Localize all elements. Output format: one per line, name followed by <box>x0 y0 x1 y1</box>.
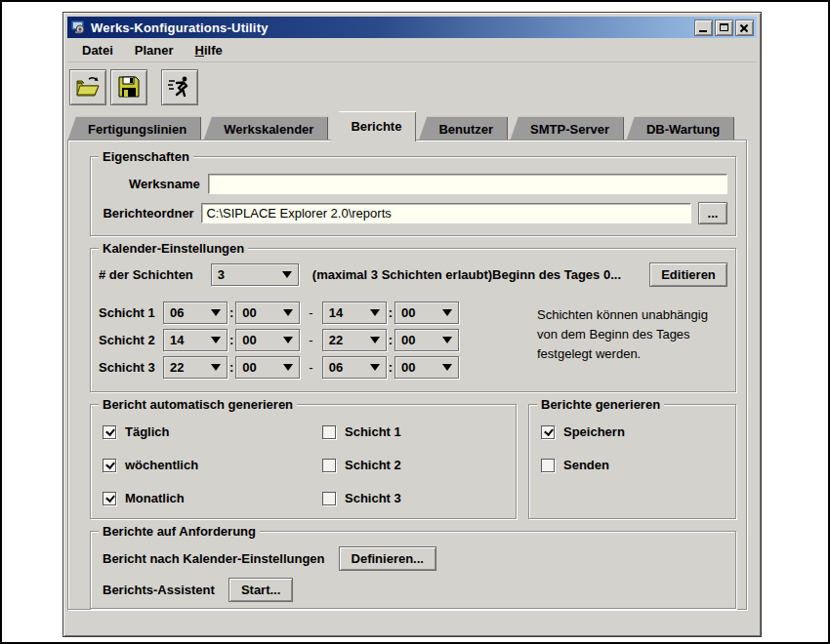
menu-item-planer[interactable]: Planer <box>126 40 183 60</box>
run-icon <box>167 75 192 99</box>
werksname-label: Werksname <box>99 177 200 191</box>
menu-item-datei[interactable]: Datei <box>73 40 122 60</box>
checkbox-schicht3[interactable]: Schicht 3 <box>322 491 401 505</box>
edit-day-begin-button[interactable]: Editieren <box>649 262 727 287</box>
toolbar <box>67 63 757 110</box>
calendar-report-label: Bericht nach Kalender-Einstellungen <box>103 551 325 566</box>
tab-fertigungslinien[interactable]: Fertigungslinien <box>67 116 201 141</box>
shift3-to-min-select[interactable]: 00 <box>394 356 459 379</box>
shift-row-2: Schicht 2 14 : 00 - 22 : 00 <box>99 329 459 351</box>
dropdown-arrow-icon <box>442 364 452 371</box>
start-button[interactable]: Start... <box>228 578 293 602</box>
open-button[interactable] <box>69 69 106 105</box>
monatlich-checkbox[interactable] <box>103 492 116 505</box>
shift-row-1: Schicht 1 06 : 00 - 14 : 00 <box>99 302 459 324</box>
tab-label: Werkskalender <box>224 122 313 137</box>
browse-button[interactable]: ... <box>698 202 727 224</box>
schicht1-checkbox[interactable] <box>322 425 336 439</box>
checkbox-monatlich[interactable]: Monatlich <box>103 491 185 505</box>
senden-checkbox[interactable] <box>541 459 555 472</box>
taeglich-checkbox[interactable] <box>103 425 116 439</box>
shift3-from-min-select[interactable]: 00 <box>235 356 300 379</box>
tab-berichte[interactable]: Berichte <box>330 111 416 141</box>
auto-report-group: Bericht automatisch generieren Täglich w… <box>90 404 517 519</box>
checkbox-schicht2[interactable]: Schicht 2 <box>322 458 401 472</box>
checkbox-schicht1[interactable]: Schicht 1 <box>322 424 401 439</box>
checkbox-taeglich[interactable]: Täglich <box>103 424 170 439</box>
generate-reports-group: Berichte generieren Speichern Senden <box>528 404 736 519</box>
shift2-to-hour-select[interactable]: 22 <box>322 329 387 351</box>
tab-werkskalender[interactable]: Werkskalender <box>203 116 328 141</box>
save-button[interactable] <box>110 69 147 105</box>
shift-count-select[interactable]: 3 <box>211 263 299 286</box>
werksname-input[interactable] <box>208 174 727 194</box>
woechentlich-checkbox[interactable] <box>103 459 116 472</box>
checkbox-speichern[interactable]: Speichern <box>541 424 625 439</box>
colon-separator: : <box>228 305 235 320</box>
tab-benutzer[interactable]: Benutzer <box>418 116 508 141</box>
definieren-button[interactable]: Definieren... <box>339 546 436 571</box>
shift-hint-text: (maximal 3 Schichten erlaubt)Beginn des … <box>312 267 621 282</box>
checkbox-label: Speichern <box>563 424 625 439</box>
tab-label: DB-Wartung <box>646 122 720 137</box>
shift2-from-min-select[interactable]: 00 <box>235 329 300 351</box>
shift3-from-hour-select[interactable]: 22 <box>163 356 228 379</box>
dropdown-arrow-icon <box>211 309 221 316</box>
app-icon <box>70 20 86 35</box>
dropdown-arrow-icon <box>442 337 452 343</box>
schicht3-checkbox[interactable] <box>322 492 336 505</box>
checkbox-label: Monatlich <box>125 491 185 505</box>
shift-label: Schicht 3 <box>99 360 163 375</box>
checkbox-label: Schicht 3 <box>345 491 401 505</box>
tab-label: SMTP-Server <box>530 122 609 137</box>
maximize-button[interactable] <box>715 20 733 36</box>
colon-separator: : <box>387 305 394 320</box>
save-floppy-icon <box>117 75 141 99</box>
berichteordner-input[interactable] <box>201 203 691 223</box>
tab-label: Benutzer <box>438 122 493 137</box>
shift-label: Schicht 2 <box>99 333 163 347</box>
dropdown-arrow-icon <box>370 364 380 371</box>
dropdown-arrow-icon <box>370 309 380 316</box>
title-bar[interactable]: Werks-Konfigurations-Utility <box>67 17 757 38</box>
shift1-to-min-select[interactable]: 00 <box>394 302 459 324</box>
page-background: Werks-Konfigurations-Utility Datei Plane… <box>0 0 830 644</box>
checkbox-label: wöchentlich <box>125 458 198 472</box>
checkbox-woechentlich[interactable]: wöchentlich <box>103 458 198 472</box>
dash-separator: - <box>300 333 321 347</box>
shift1-from-min-select[interactable]: 00 <box>235 302 300 324</box>
shift1-to-hour-select[interactable]: 14 <box>322 302 387 324</box>
dash-separator: - <box>300 305 321 320</box>
maximize-icon <box>720 23 728 31</box>
tab-bar: Fertigungslinien Werkskalender Berichte … <box>67 111 747 141</box>
colon-separator: : <box>387 333 394 347</box>
shift3-to-hour-select[interactable]: 06 <box>322 356 387 379</box>
shift2-from-hour-select[interactable]: 14 <box>163 329 228 351</box>
app-window: Werks-Konfigurations-Utility Datei Plane… <box>62 12 762 637</box>
shift2-to-min-select[interactable]: 00 <box>394 329 459 351</box>
window-title: Werks-Konfigurations-Utility <box>91 20 269 35</box>
run-button[interactable] <box>161 69 198 105</box>
menu-item-hilfe[interactable]: Hilfe <box>187 40 231 60</box>
shift1-from-hour-select[interactable]: 06 <box>163 302 228 324</box>
close-button[interactable] <box>735 20 754 36</box>
dropdown-arrow-icon <box>283 309 293 316</box>
shift-count-value: 3 <box>218 267 225 282</box>
properties-group: Eigenschaften Werksname Berichteordner .… <box>90 156 736 236</box>
checkbox-senden[interactable]: Senden <box>541 458 609 472</box>
tab-smtp-server[interactable]: SMTP-Server <box>510 116 624 141</box>
tab-db-wartung[interactable]: DB-Wartung <box>626 116 734 141</box>
on-demand-group: Berichte auf Anforderung Bericht nach Ka… <box>90 531 736 609</box>
auto-report-group-title: Bericht automatisch generieren <box>99 397 297 412</box>
checkbox-label: Täglich <box>125 424 170 439</box>
schicht2-checkbox[interactable] <box>322 459 336 472</box>
dropdown-arrow-icon <box>370 337 380 343</box>
minimize-button[interactable] <box>694 20 713 36</box>
calendar-group-title: Kalender-Einstellungen <box>99 241 248 256</box>
dropdown-arrow-icon <box>211 364 221 371</box>
checkbox-label: Schicht 1 <box>345 424 401 439</box>
dash-separator: - <box>300 360 321 375</box>
tab-content-panel: Eigenschaften Werksname Berichteordner .… <box>67 140 747 610</box>
speichern-checkbox[interactable] <box>541 425 555 439</box>
open-folder-icon <box>75 75 101 99</box>
